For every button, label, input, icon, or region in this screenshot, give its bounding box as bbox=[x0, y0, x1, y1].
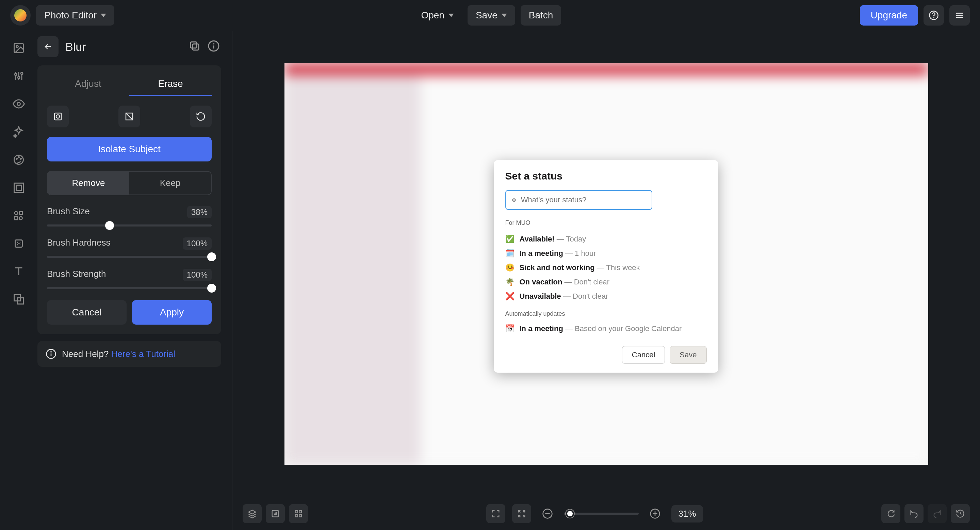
brush-strength-slider[interactable] bbox=[47, 287, 212, 289]
svg-rect-39 bbox=[295, 511, 298, 513]
svg-rect-32 bbox=[54, 113, 61, 120]
svg-rect-18 bbox=[14, 183, 24, 192]
copy-icon[interactable] bbox=[189, 40, 202, 53]
svg-rect-28 bbox=[191, 42, 197, 48]
save-button[interactable]: Save bbox=[468, 5, 515, 26]
shapes-tool-icon[interactable] bbox=[11, 208, 26, 223]
app-logo[interactable] bbox=[10, 5, 30, 26]
help-text: Need Help? bbox=[62, 349, 111, 359]
undo-icon[interactable] bbox=[904, 504, 924, 523]
svg-point-11 bbox=[18, 77, 20, 79]
history-icon[interactable] bbox=[951, 504, 970, 523]
panel-cancel-button[interactable]: Cancel bbox=[47, 300, 127, 325]
back-button[interactable] bbox=[37, 36, 59, 57]
grid-icon[interactable] bbox=[289, 504, 308, 523]
status-option[interactable]: 🌴On vacation — Don't clear bbox=[505, 275, 707, 289]
status-option[interactable]: 🤒Sick and not working — This week bbox=[505, 260, 707, 275]
side-panel: Blur Adjust Erase Isolate Subject Remove… bbox=[37, 31, 232, 530]
layers-icon[interactable] bbox=[243, 504, 262, 523]
edited-image[interactable]: Set a status ☺ For MUO ✅Available! — Tod… bbox=[285, 63, 928, 465]
svg-rect-40 bbox=[299, 511, 301, 513]
mask-tool-icon[interactable] bbox=[11, 292, 26, 307]
svg-point-23 bbox=[19, 217, 22, 220]
brush-size-slider[interactable] bbox=[47, 225, 212, 227]
status-option[interactable]: ❌Unavailable — Don't clear bbox=[505, 289, 707, 303]
canvas-wrap: Set a status ☺ For MUO ✅Available! — Tod… bbox=[232, 31, 980, 530]
svg-rect-42 bbox=[299, 514, 301, 517]
remove-mode-button[interactable]: Remove bbox=[48, 172, 129, 195]
frame-tool-icon[interactable] bbox=[11, 180, 26, 195]
status-option[interactable]: 🗓️In a meeting — 1 hour bbox=[505, 246, 707, 260]
help-icon[interactable] bbox=[924, 5, 944, 26]
art-tool-icon[interactable] bbox=[11, 153, 26, 167]
status-input[interactable] bbox=[521, 196, 646, 204]
blur-erase-card: Adjust Erase Isolate Subject Remove Keep… bbox=[37, 65, 221, 334]
help-link[interactable]: Here's a Tutorial bbox=[111, 349, 176, 359]
svg-point-15 bbox=[16, 158, 18, 160]
zoom-in-icon[interactable] bbox=[646, 504, 665, 523]
redo-icon[interactable] bbox=[928, 504, 947, 523]
actual-size-icon[interactable] bbox=[512, 504, 531, 523]
batch-button[interactable]: Batch bbox=[520, 5, 562, 26]
adjust-tool-icon[interactable] bbox=[11, 69, 26, 83]
brush-size-label: Brush Size bbox=[47, 206, 90, 218]
canvas-area[interactable]: Set a status ☺ For MUO ✅Available! — Tod… bbox=[232, 31, 980, 497]
panel-apply-button[interactable]: Apply bbox=[132, 300, 212, 325]
help-row: Need Help? Here's a Tutorial bbox=[37, 341, 221, 367]
text-tool-icon[interactable] bbox=[11, 264, 26, 279]
tab-adjust[interactable]: Adjust bbox=[47, 75, 129, 96]
menu-icon[interactable] bbox=[950, 5, 970, 26]
info-icon[interactable] bbox=[208, 40, 221, 53]
brush-strength-value[interactable]: 100% bbox=[183, 269, 212, 281]
bottom-bar: 31% bbox=[232, 497, 980, 530]
reset-icon[interactable] bbox=[190, 105, 212, 128]
brush-size-value[interactable]: 38% bbox=[187, 206, 212, 218]
isolate-subject-button[interactable]: Isolate Subject bbox=[47, 137, 212, 161]
image-tool-icon[interactable] bbox=[11, 41, 26, 55]
layer-tool-icon[interactable] bbox=[11, 236, 26, 251]
svg-point-13 bbox=[18, 102, 21, 105]
tool-rail bbox=[0, 31, 37, 530]
effects-tool-icon[interactable] bbox=[11, 125, 26, 139]
status-option[interactable]: ✅Available! — Today bbox=[505, 232, 707, 246]
panel-title: Blur bbox=[65, 40, 182, 53]
modal-save-button[interactable]: Save bbox=[670, 346, 706, 364]
sync-icon[interactable] bbox=[881, 504, 900, 523]
status-input-wrap[interactable]: ☺ bbox=[505, 190, 652, 210]
for-label: For MUO bbox=[505, 219, 707, 227]
zoom-value[interactable]: 31% bbox=[671, 505, 703, 522]
chevron-down-icon bbox=[101, 14, 106, 17]
open-button[interactable]: Open bbox=[413, 5, 462, 26]
app-mode-label: Photo Editor bbox=[44, 10, 97, 21]
invert-icon[interactable] bbox=[118, 105, 140, 128]
brush-strength-label: Brush Strength bbox=[47, 269, 106, 281]
svg-point-6 bbox=[16, 46, 18, 48]
keep-mode-button[interactable]: Keep bbox=[129, 172, 211, 195]
tab-erase[interactable]: Erase bbox=[129, 75, 212, 96]
svg-point-10 bbox=[14, 73, 17, 76]
eye-tool-icon[interactable] bbox=[11, 97, 26, 111]
brush-hardness-label: Brush Hardness bbox=[47, 238, 110, 250]
brush-hardness-value[interactable]: 100% bbox=[183, 238, 212, 250]
svg-point-20 bbox=[14, 212, 18, 215]
svg-point-37 bbox=[51, 351, 51, 352]
chevron-down-icon bbox=[501, 14, 507, 17]
svg-point-16 bbox=[18, 157, 19, 158]
modal-title: Set a status bbox=[505, 170, 707, 182]
brush-hardness-slider[interactable] bbox=[47, 256, 212, 258]
top-bar: Photo Editor Open Save Batch Upgrade bbox=[0, 0, 980, 31]
app-mode-dropdown[interactable]: Photo Editor bbox=[36, 5, 115, 26]
svg-rect-19 bbox=[16, 185, 21, 190]
auto-status-option[interactable]: 📅In a meeting — Based on your Google Cal… bbox=[505, 322, 707, 336]
compare-icon[interactable] bbox=[47, 105, 69, 128]
status-modal: Set a status ☺ For MUO ✅Available! — Tod… bbox=[494, 160, 718, 373]
zoom-slider[interactable] bbox=[564, 512, 639, 515]
export-icon[interactable] bbox=[266, 504, 285, 523]
modal-cancel-button[interactable]: Cancel bbox=[622, 346, 665, 364]
emoji-picker-icon[interactable]: ☺ bbox=[511, 197, 517, 203]
fit-screen-icon[interactable] bbox=[486, 504, 505, 523]
zoom-out-icon[interactable] bbox=[538, 504, 557, 523]
svg-point-31 bbox=[213, 44, 214, 44]
upgrade-button[interactable]: Upgrade bbox=[860, 5, 918, 26]
svg-rect-22 bbox=[14, 217, 18, 220]
